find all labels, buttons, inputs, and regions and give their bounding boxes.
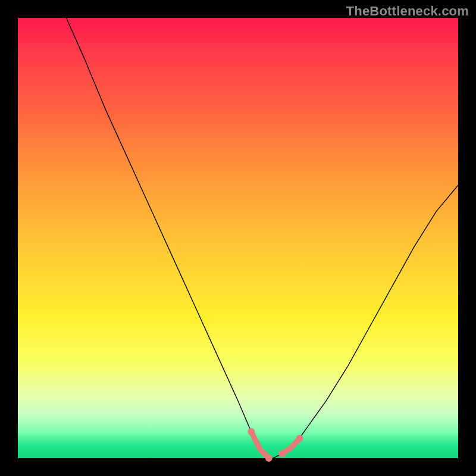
highlight-dot [278,450,286,458]
highlight-dot [265,455,273,462]
highlight-dot [248,428,255,436]
highlight-left [251,432,269,458]
bottleneck-curve [66,18,458,458]
chart-frame: TheBottleneck.com [0,0,476,476]
curve-overlay [18,18,458,458]
watermark-text: TheBottleneck.com [346,4,469,19]
highlight-dot [296,435,303,442]
